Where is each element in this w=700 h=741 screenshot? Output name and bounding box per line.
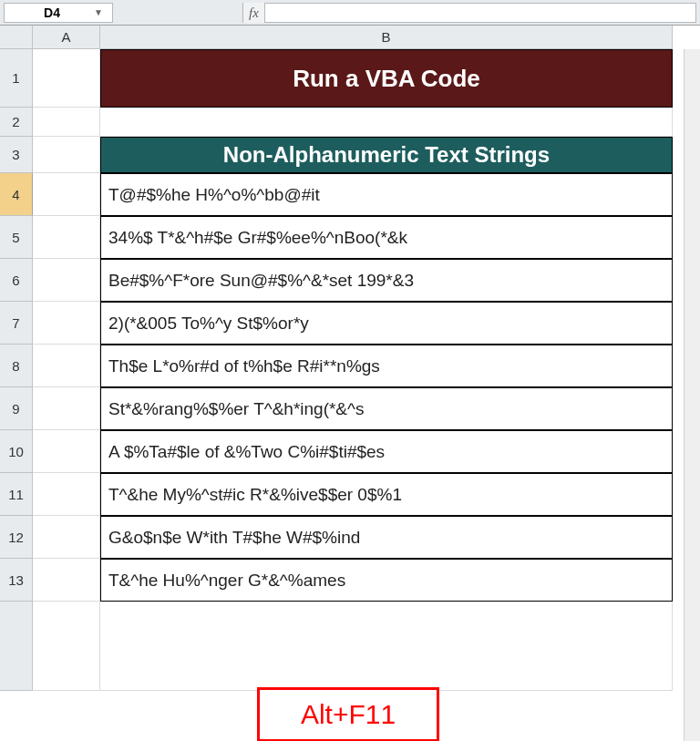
row-header-9[interactable]: 9 bbox=[0, 387, 33, 430]
row-header-6[interactable]: 6 bbox=[0, 259, 33, 302]
row-header-12[interactable]: 12 bbox=[0, 516, 33, 559]
formula-input[interactable] bbox=[265, 3, 696, 23]
cell-B10[interactable]: A $%Ta#$le of &%Two C%i#$ti#$es bbox=[100, 430, 673, 473]
row-header-7[interactable]: 7 bbox=[0, 302, 33, 345]
cell-area: Run a VBA Code Non-Alphanumeric Text Str… bbox=[33, 49, 700, 741]
row-header-3[interactable]: 3 bbox=[0, 137, 33, 173]
cell-B9[interactable]: St*&%rang%$%er T^&h*ing(*&^s bbox=[100, 387, 673, 430]
cell-A2[interactable] bbox=[33, 108, 100, 137]
row-header-2[interactable]: 2 bbox=[0, 108, 33, 137]
select-all-corner[interactable] bbox=[0, 26, 33, 49]
fx-icon[interactable]: fx bbox=[242, 3, 265, 23]
row-header-10[interactable]: 10 bbox=[0, 430, 33, 473]
row-header-4[interactable]: 4 bbox=[0, 173, 33, 216]
cell-A12[interactable] bbox=[33, 516, 100, 559]
formula-bar: D4 ▼ fx bbox=[0, 0, 700, 26]
cell-A4[interactable] bbox=[33, 173, 100, 216]
cell-A13[interactable] bbox=[33, 559, 100, 602]
cell-A5[interactable] bbox=[33, 216, 100, 259]
vertical-scrollbar[interactable] bbox=[684, 49, 700, 741]
cell-B12[interactable]: G&o$n$e W*ith T#$he W#$%ind bbox=[100, 516, 673, 559]
cell-B8[interactable]: Th$e L*o%r#d of t%h$e R#i**n%gs bbox=[100, 345, 673, 387]
spreadsheet-grid: 1 2 3 4 5 6 7 8 9 10 11 12 13 A B Run a … bbox=[0, 26, 700, 741]
row-header-11[interactable]: 11 bbox=[0, 473, 33, 516]
cell-B6[interactable]: Be#$%^F*ore Sun@#$%^&*set 199*&3 bbox=[100, 259, 673, 302]
name-box[interactable]: D4 ▼ bbox=[4, 3, 113, 23]
table-header-cell[interactable]: Non-Alphanumeric Text Strings bbox=[100, 137, 673, 173]
cell-A7[interactable] bbox=[33, 302, 100, 345]
name-box-dropdown-icon[interactable]: ▼ bbox=[92, 7, 105, 17]
cell-A11[interactable] bbox=[33, 473, 100, 516]
cell-A1[interactable] bbox=[33, 49, 100, 108]
row-header-1[interactable]: 1 bbox=[0, 49, 33, 108]
cell-A8[interactable] bbox=[33, 345, 100, 387]
keyboard-shortcut-annotation: Alt+F11 bbox=[257, 687, 439, 741]
cell-A6[interactable] bbox=[33, 259, 100, 302]
column-headers: A B bbox=[33, 26, 700, 49]
cell-B5[interactable]: 34%$ T*&^h#$e Gr#$%ee%^nBoo(*&k bbox=[100, 216, 673, 259]
cell-B7[interactable]: 2)(*&005 To%^y St$%or*y bbox=[100, 302, 673, 345]
cell-B2[interactable] bbox=[100, 108, 673, 137]
cell-A10[interactable] bbox=[33, 430, 100, 473]
cell-B13[interactable]: T&^he Hu%^nger G*&^%ames bbox=[100, 559, 673, 602]
row-header-13[interactable]: 13 bbox=[0, 559, 33, 602]
column-header-A[interactable]: A bbox=[33, 26, 100, 49]
cell-B11[interactable]: T^&he My%^st#ic R*&%ive$$er 0$%1 bbox=[100, 473, 673, 516]
cell-B4[interactable]: T@#$%he H%^o%^bb@#it bbox=[100, 173, 673, 216]
title-cell[interactable]: Run a VBA Code bbox=[100, 49, 673, 108]
cell-A3[interactable] bbox=[33, 137, 100, 173]
column-header-B[interactable]: B bbox=[100, 26, 673, 49]
row-header-5[interactable]: 5 bbox=[0, 216, 33, 259]
row-header-8[interactable]: 8 bbox=[0, 345, 33, 387]
cell-B14[interactable] bbox=[100, 602, 673, 691]
row-header-14[interactable] bbox=[0, 602, 33, 691]
grid-body: A B Run a VBA Code Non-Alphanumeric Text… bbox=[33, 26, 700, 741]
cell-A14[interactable] bbox=[33, 602, 100, 691]
cell-A9[interactable] bbox=[33, 387, 100, 430]
row-header-column: 1 2 3 4 5 6 7 8 9 10 11 12 13 bbox=[0, 26, 33, 741]
name-box-value: D4 bbox=[12, 5, 92, 20]
